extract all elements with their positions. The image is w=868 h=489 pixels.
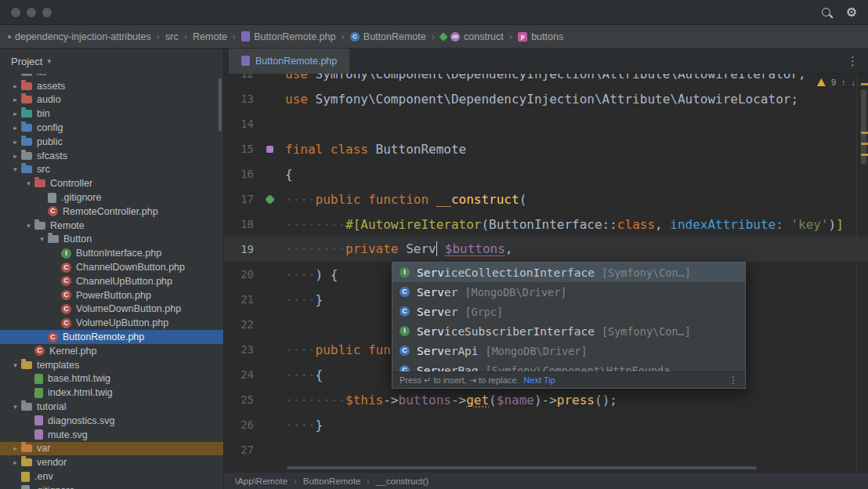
code-line-14[interactable]: 14 [224,111,868,136]
code-line-15[interactable]: 15final class ButtonRemote [224,136,868,161]
tree-item-button[interactable]: ▾Button [0,233,223,247]
chevron-down-icon[interactable]: ▾ [36,235,48,243]
chevron-right-icon[interactable]: ▸ [9,124,21,132]
tree-item-bin[interactable]: ▸bin [0,107,223,121]
tree-item-mute-svg[interactable]: mute.svg [0,428,223,442]
code-line-16[interactable]: 16{ [224,161,868,187]
tree-item-controller[interactable]: ▾Controller [0,176,223,190]
breadcrumb-item-construct[interactable]: mconstruct [440,31,504,42]
status-item--app-remote[interactable]: \App\Remote [235,476,288,486]
completion-name: Server [417,306,458,318]
sidebar-scrollbar[interactable] [219,78,222,132]
chevron-down-icon[interactable]: ▾ [9,403,21,411]
chevron-right-icon[interactable]: ▸ [9,138,21,146]
code-editor[interactable]: 12use Symfony\Component\DependencyInject… [224,74,868,472]
breadcrumb-item-buttonremote-php[interactable]: ButtonRemote.php [241,31,335,42]
tree-item-lts[interactable]: lts [0,74,223,79]
tree-item-buttonremote-php[interactable]: CButtonRemote.php [0,330,223,344]
breadcrumb-item-src[interactable]: src [165,31,179,42]
tree-item-channelupbutton-php[interactable]: CChannelUpButton.php [0,274,223,288]
code-line-12[interactable]: 12use Symfony\Component\DependencyInject… [224,74,868,86]
tree-item-var[interactable]: ▸var [0,442,223,456]
breadcrumb-item-buttons[interactable]: pbuttons [518,31,563,42]
window-controls [11,8,52,17]
project-tree: lts▸assets▸audio▸bin▸config▸public▸sfcas… [0,74,223,489]
tree-item-diagnostics-svg[interactable]: diagnostics.svg [0,414,223,428]
code-line-17[interactable]: 17····public function __construct( [224,187,868,212]
minimize-button[interactable] [27,8,36,17]
chevron-right-icon[interactable]: ▸ [9,152,21,160]
code-line-19[interactable]: 19········private Serv $buttons, [224,237,868,262]
tree-item-tutorial[interactable]: ▾tutorial [0,400,223,414]
error-stripe-mark[interactable] [861,143,868,145]
tree-item-label: audio [37,94,67,105]
tree-item--env[interactable]: .env [0,469,223,484]
tree-item-channeldownbutton-php[interactable]: CChannelDownButton.php [0,260,223,274]
tree-item-volumeupbutton-php[interactable]: CVolumeUpButton.php [0,316,223,330]
tree-item-public[interactable]: ▸public [0,135,223,149]
chevron-down-icon[interactable]: ▾ [9,165,21,173]
tree-item-sfcasts[interactable]: ▸sfcasts [0,149,223,163]
chevron-right-icon[interactable]: ▸ [9,96,21,103]
completion-kebab-icon[interactable]: ⋮ [729,375,738,386]
code-line-18[interactable]: 18········#[AutowireIterator(ButtonInter… [224,212,868,237]
code-line-27[interactable]: 27 [224,437,868,462]
tab-buttonremote-php[interactable]: ButtonRemote.php [229,49,349,74]
breadcrumb-item-remote[interactable]: Remote [193,31,227,42]
tree-item--gitignore[interactable]: .gitignore [0,484,223,489]
chevron-right-icon[interactable]: ▸ [9,458,21,466]
tree-item-volumedownbutton-php[interactable]: CVolumeDownButton.php [0,302,223,317]
tree-item-assets[interactable]: ▸assets [0,79,223,93]
chevron-right-icon[interactable]: ▸ [9,110,21,118]
completion-item-servicecollectioninterface[interactable]: IServiceCollectionInterface[Symfony\Con…… [392,263,745,282]
completion-detail: [Symfony\Con…] [602,325,691,338]
breadcrumb-item-buttonremote[interactable]: CButtonRemote [350,31,426,42]
tree-item-kernel-php[interactable]: CKernel.php [0,344,223,358]
next-warning-arrow-icon[interactable]: ↓ [852,78,856,87]
error-stripe-mark[interactable] [861,132,868,134]
tree-item-audio[interactable]: ▸audio [0,93,223,107]
chevron-down-icon[interactable]: ▾ [23,179,34,187]
completion-item-serverbag[interactable]: CServerBag[Symfony\Component\HttpFounda [392,360,745,371]
tree-item-src[interactable]: ▾src [0,163,223,177]
completion-item-servicesubscriberinterface[interactable]: IServiceSubscriberInterface[Symfony\Con…… [392,321,745,341]
code-line-13[interactable]: 13use Symfony\Component\DependencyInject… [224,86,868,111]
completion-item-server[interactable]: CServer[MongoDB\Driver] [392,282,745,302]
code-line-26[interactable]: 26····} [224,412,868,437]
horizontal-scrollbar[interactable] [287,466,757,469]
service-marker-icon[interactable] [265,194,275,205]
next-tip-link[interactable]: Next Tip [523,375,555,385]
project-panel-header[interactable]: Project ▾ [0,49,223,74]
chevron-right-icon[interactable]: ▸ [9,82,21,90]
completion-item-serverapi[interactable]: CServerApi[MongoDB\Driver] [392,341,745,360]
zoom-button[interactable] [42,8,52,17]
tree-item-base-html-twig[interactable]: base.html.twig [0,372,223,386]
tree-item--gitignore[interactable]: .gitignore [0,190,223,205]
chevron-right-icon[interactable]: ▸ [9,444,21,452]
tree-item-templates[interactable]: ▾templates [0,358,223,372]
completion-item-server[interactable]: CServer[Grpc] [392,302,745,321]
status-item--construct-[interactable]: __construct() [376,476,429,486]
close-button[interactable] [11,8,20,17]
status-item-buttonremote[interactable]: ButtonRemote [303,476,361,486]
tree-item-vendor[interactable]: ▸vendor [0,455,223,469]
tree-item-config[interactable]: ▸config [0,121,223,135]
chevron-down-icon[interactable]: ▾ [23,222,34,230]
settings-gear-icon[interactable]: ⚙ [846,6,857,19]
search-icon[interactable] [822,8,830,16]
error-stripe-mark[interactable] [861,83,868,85]
tree-item-remote[interactable]: ▾Remote [0,219,223,233]
inspections-widget[interactable]: 9 ↑ ↓ [817,78,855,87]
tree-item-powerbutton-php[interactable]: CPowerButton.php [0,288,223,302]
error-stripe-mark[interactable] [861,154,868,156]
chevron-down-icon[interactable]: ▾ [9,361,21,369]
code-line-25[interactable]: 25········$this->buttons->get($name)->pr… [224,387,868,412]
breadcrumb-item-dependency-injection-attributes[interactable]: dependency-injection-attributes [8,31,151,42]
chevron-down-icon[interactable]: ▾ [47,57,51,65]
prev-warning-arrow-icon[interactable]: ↑ [841,78,846,87]
tree-item-buttoninterface-php[interactable]: IButtonInterface.php [0,246,223,260]
tree-item-index-html-twig[interactable]: index.html.twig [0,386,223,400]
class-marker-icon[interactable] [266,146,273,153]
tree-item-remotecontroller-php[interactable]: CRemoteController.php [0,205,223,219]
tab-options-kebab-icon[interactable]: ⋮ [837,54,868,68]
